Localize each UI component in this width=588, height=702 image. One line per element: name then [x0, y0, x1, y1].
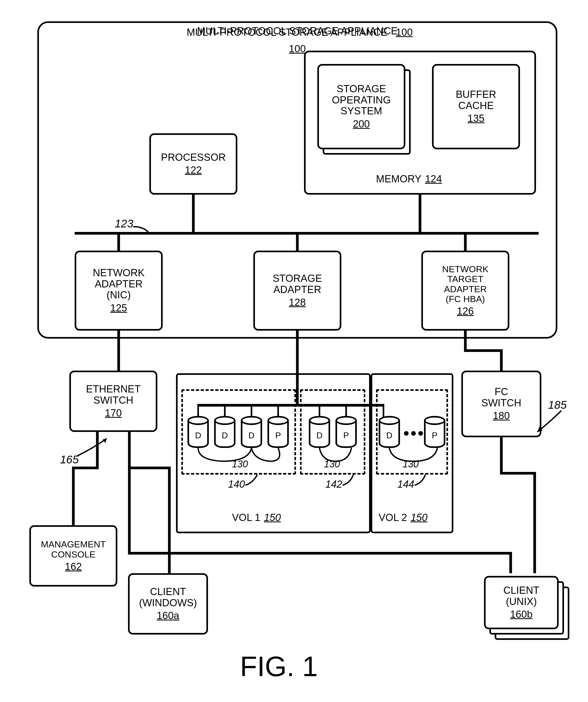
storage-link-vert	[296, 331, 299, 405]
appliance-title-row: MULTI-PROTOCOL STORAGE APPLIANCE 100	[187, 27, 413, 38]
mgmt-ref: 162	[65, 561, 82, 572]
client-win-ref: 160a	[157, 610, 180, 621]
target-down1	[464, 331, 467, 349]
diagram-canvas: MULTI-PROTOCOL STORAGE APPLIANCE 100 MUL…	[0, 0, 588, 702]
processor-title: PROCESSOR	[161, 152, 226, 163]
eth-unix-vert-branch	[128, 467, 131, 553]
disk-5: D	[309, 416, 330, 448]
raid-line-142	[343, 475, 357, 488]
eth-down2	[128, 432, 131, 467]
eth-client-link	[168, 467, 171, 575]
processor-bus-link	[192, 195, 195, 233]
fc-title: FC SWITCH	[481, 386, 521, 409]
disk-ref-1: 130	[232, 459, 248, 470]
client-unix-ref: 160b	[510, 609, 533, 620]
storage-adapter-title: STORAGE ADAPTER	[272, 273, 322, 296]
fc-ref: 180	[493, 410, 509, 422]
mgmt-title: MANAGEMENT CONSOLE	[41, 539, 106, 559]
client-unix-title: CLIENT (UNIX)	[503, 585, 539, 607]
memory-label-row: MEMORY 124	[376, 173, 442, 185]
eth-title: ETHERNET SWITCH	[86, 384, 141, 406]
nic-ref: 125	[110, 302, 127, 314]
fc-right	[500, 472, 535, 475]
target-title: NETWORK TARGET ADAPTER (FC HBA)	[442, 264, 488, 304]
raid-ref-142: 142	[325, 479, 342, 490]
raid-ref-140: 140	[228, 479, 245, 490]
disk-6: P	[336, 416, 357, 448]
eth-unix-drop	[509, 552, 512, 573]
ethernet-switch-box: ETHERNET SWITCH 170	[69, 371, 157, 432]
raid-line-140	[245, 475, 261, 488]
fc-client-link	[533, 472, 536, 573]
os-box: STORAGE OPERATING SYSTEM 200	[317, 64, 405, 149]
nic-bus-link	[117, 232, 120, 251]
client-windows-box: CLIENT (WINDOWS) 160a	[128, 573, 208, 634]
target-bus-link	[464, 232, 467, 251]
os-title: STORAGE OPERATING SYSTEM	[332, 84, 391, 117]
eth-left	[72, 467, 99, 469]
client-win-title: CLIENT (WINDOWS)	[139, 586, 197, 609]
fc-switch-box: FC SWITCH 180	[461, 371, 541, 437]
disk-4: P	[267, 416, 289, 448]
eth-ref: 170	[105, 407, 122, 419]
disk-1: D	[188, 416, 209, 448]
net165-arrow	[77, 437, 112, 459]
net185-arrow	[535, 411, 569, 437]
storage-adapter-box: STORAGE ADAPTER 128	[253, 251, 341, 331]
memory-bus-link	[419, 195, 421, 233]
eth-mgmt-link	[72, 467, 75, 526]
bus-ref-line	[133, 224, 157, 237]
buffer-ref: 135	[467, 113, 484, 124]
net185-label: 185	[548, 398, 567, 412]
disk-7: D	[379, 416, 400, 448]
disk-8: P	[424, 416, 445, 448]
nic-box: NETWORK ADAPTER (NIC) 125	[75, 251, 163, 331]
vol2-label-row: VOL 2 150	[379, 512, 428, 523]
raid-line-144	[415, 475, 429, 488]
nic-eth-link	[117, 331, 120, 371]
target-down2	[500, 349, 503, 372]
net165-label: 165	[60, 453, 79, 466]
fc-down1	[500, 437, 503, 472]
target-right	[464, 349, 501, 352]
nic-title: NETWORK ADAPTER (NIC)	[93, 267, 144, 301]
raid-ref-144: 144	[397, 479, 414, 490]
buffer-box: BUFFER CACHE 135	[432, 64, 520, 149]
disk-ref-3: 130	[403, 459, 419, 470]
buffer-title: BUFFER CACHE	[456, 89, 496, 111]
processor-box: PROCESSOR 122	[149, 133, 237, 195]
eth-unix-horiz	[128, 552, 512, 555]
figure-label: FIG. 1	[240, 651, 318, 683]
storage-adapter-bus-link	[296, 232, 299, 251]
disk-3: D	[241, 416, 262, 448]
appliance-ref: 100	[289, 43, 306, 55]
os-ref: 200	[353, 118, 370, 130]
target-ref: 126	[457, 306, 474, 317]
storage-adapter-ref: 128	[289, 297, 306, 308]
target-adapter-box: NETWORK TARGET ADAPTER (FC HBA) 126	[421, 251, 509, 331]
processor-ref: 122	[185, 164, 202, 176]
eth-down1	[96, 432, 99, 467]
mgmt-console-box: MANAGEMENT CONSOLE 162	[29, 525, 117, 587]
client-unix-box: CLIENT (UNIX) 160b	[484, 576, 559, 629]
eth-right	[128, 467, 171, 469]
disk-ellipsis: •••	[403, 424, 425, 442]
disk-2: D	[214, 416, 235, 448]
vol1-label-row: VOL 1 150	[232, 512, 281, 523]
disk-ref-2: 130	[324, 459, 340, 470]
bus-ref: 123	[115, 217, 133, 230]
